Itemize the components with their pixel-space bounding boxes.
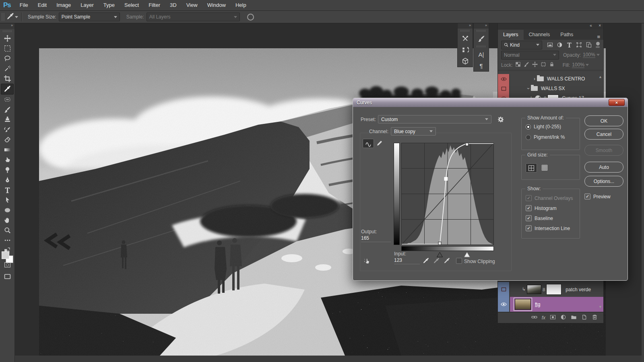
delete-layer-icon[interactable] xyxy=(592,314,598,321)
draw-curve-pencil-icon[interactable] xyxy=(374,139,385,147)
dialog-titlebar[interactable]: Curves × xyxy=(353,98,627,107)
foreground-color-swatch[interactable] xyxy=(2,251,9,259)
layer-row-walls-sx[interactable]: ›WALLS SX xyxy=(498,84,603,94)
type-tool[interactable] xyxy=(1,185,13,195)
mask-link-icon[interactable]: 8 xyxy=(543,287,545,292)
crop-tool[interactable] xyxy=(1,74,13,84)
blend-mode-select[interactable]: Normal xyxy=(501,51,559,60)
menu-item-window[interactable]: Window xyxy=(202,0,231,10)
chevron-right-icon[interactable]: › xyxy=(534,76,535,82)
dodge-tool[interactable] xyxy=(1,165,13,175)
fill-value[interactable]: 100% xyxy=(572,62,584,68)
eyedropper-icon[interactable] xyxy=(7,13,15,21)
new-layer-icon[interactable] xyxy=(581,314,587,321)
tab-channels[interactable]: Channels xyxy=(524,30,555,40)
checkbox-intersection-line[interactable]: ✓ xyxy=(526,225,532,231)
layer-name[interactable]: WALLS CENTRO xyxy=(547,76,585,82)
shape-filter-icon[interactable] xyxy=(574,41,584,49)
gray-point-eyedropper-icon[interactable] xyxy=(432,257,441,265)
lasso-tool[interactable] xyxy=(1,53,13,64)
menu-item-help[interactable]: Help xyxy=(231,0,251,10)
lock-transparent-icon[interactable] xyxy=(515,62,521,68)
character-panel-icon[interactable]: A| xyxy=(474,49,489,60)
brush-settings-icon[interactable] xyxy=(474,33,489,44)
checkbox-channel-overlays[interactable]: ✓ xyxy=(526,195,532,201)
white-point-eyedropper-icon[interactable] xyxy=(442,257,451,265)
layer-visibility-toggle[interactable] xyxy=(498,74,510,84)
menu-item-file[interactable]: File xyxy=(15,0,33,10)
smooth-button[interactable]: Smooth xyxy=(584,145,623,156)
sample-size-select[interactable]: Point Sample xyxy=(59,12,120,21)
tool-presets-icon[interactable] xyxy=(458,33,473,44)
preset-select[interactable]: Custom xyxy=(378,115,491,123)
spot-healing-brush-tool[interactable] xyxy=(1,95,13,105)
tab-layers[interactable]: Layers xyxy=(498,30,524,40)
lock-position-icon[interactable] xyxy=(532,62,538,68)
hand-tool[interactable] xyxy=(1,215,13,225)
lock-paint-icon[interactable] xyxy=(524,62,529,68)
opacity-value[interactable]: 100% xyxy=(583,52,595,58)
auto-button[interactable]: Auto xyxy=(584,162,623,173)
path-selection-tool[interactable] xyxy=(1,195,13,205)
grid-coarse-button[interactable] xyxy=(526,163,537,173)
menu-item-select[interactable]: Select xyxy=(120,0,144,10)
zoom-tool[interactable] xyxy=(1,225,13,235)
layer-name[interactable]: ftg xyxy=(535,302,540,307)
tab-paths[interactable]: Paths xyxy=(555,30,578,40)
checkbox-histogram[interactable]: ✓ xyxy=(526,205,532,211)
black-point-eyedropper-icon[interactable] xyxy=(421,257,430,265)
fx-icon[interactable]: fx xyxy=(542,315,545,321)
gradient-tool[interactable] xyxy=(1,145,13,155)
smudge-tool[interactable] xyxy=(1,155,13,165)
layer-name[interactable]: patch verde xyxy=(566,287,591,292)
eyedropper-tool[interactable] xyxy=(1,84,14,95)
adjustment-filter-icon[interactable] xyxy=(555,41,564,49)
scroll-down-icon[interactable]: ▼ xyxy=(599,305,602,309)
layer-visibility-toggle[interactable] xyxy=(498,84,510,93)
new-group-icon[interactable] xyxy=(571,314,577,321)
layer-thumbnail[interactable] xyxy=(527,285,541,294)
history-brush-tool[interactable] xyxy=(1,125,13,135)
menu-item-3d[interactable]: 3D xyxy=(165,0,182,10)
lock-all-icon[interactable] xyxy=(549,62,555,68)
radio-light[interactable] xyxy=(526,124,531,130)
highlight-input-slider[interactable] xyxy=(464,252,470,257)
panel-menu-icon[interactable]: ≡ xyxy=(594,34,603,40)
chevron-down-icon[interactable]: › xyxy=(526,88,531,89)
screen-mode-icon[interactable] xyxy=(1,272,13,282)
adjustment-icon[interactable] xyxy=(560,314,566,321)
link-icon[interactable] xyxy=(531,314,537,321)
filter-kind-select[interactable]: Kind xyxy=(501,41,542,49)
close-panel-icon[interactable]: × xyxy=(599,23,601,28)
layer-row-ftg[interactable]: ftg xyxy=(498,297,603,312)
layer-row-patch-verde[interactable]: ↳8patch verde xyxy=(498,282,603,297)
curves-graph[interactable] xyxy=(401,143,494,245)
pixel-filter-icon[interactable] xyxy=(545,41,555,49)
preview-checkbox[interactable]: ✓ xyxy=(584,193,590,200)
close-dialog-button[interactable]: × xyxy=(609,99,625,106)
layer-row-walls-centro[interactable]: ›WALLS CENTRO xyxy=(498,74,603,84)
type-filter-icon[interactable] xyxy=(565,41,574,49)
edit-points-curve-icon[interactable] xyxy=(363,139,374,148)
layer-mask-thumbnail[interactable] xyxy=(546,284,561,295)
preset-options-gear-icon[interactable] xyxy=(495,115,506,123)
layer-name[interactable]: WALLS SX xyxy=(541,86,565,91)
options-button[interactable]: Options... xyxy=(584,176,623,187)
sampling-ring-icon[interactable] xyxy=(247,14,254,21)
panel-expand[interactable]: » xyxy=(458,23,473,29)
paragraph-panel-icon[interactable]: ¶ xyxy=(474,60,489,71)
menu-item-type[interactable]: Type xyxy=(99,0,120,10)
checkbox-baseline[interactable]: ✓ xyxy=(526,215,532,221)
cancel-button[interactable]: Cancel xyxy=(584,129,623,140)
input-value[interactable]: 123 xyxy=(394,257,420,264)
more-tools[interactable] xyxy=(1,235,13,245)
rectangular-marquee-tool[interactable] xyxy=(1,43,13,53)
menu-item-image[interactable]: Image xyxy=(52,0,76,10)
eraser-tool[interactable] xyxy=(1,135,13,145)
3d-icon[interactable] xyxy=(458,56,473,67)
history-icon[interactable] xyxy=(458,44,473,56)
quick-selection-tool[interactable] xyxy=(1,64,13,74)
brush-tool[interactable] xyxy=(1,105,13,115)
menu-item-edit[interactable]: Edit xyxy=(33,0,52,10)
menu-item-filter[interactable]: Filter xyxy=(144,0,165,10)
